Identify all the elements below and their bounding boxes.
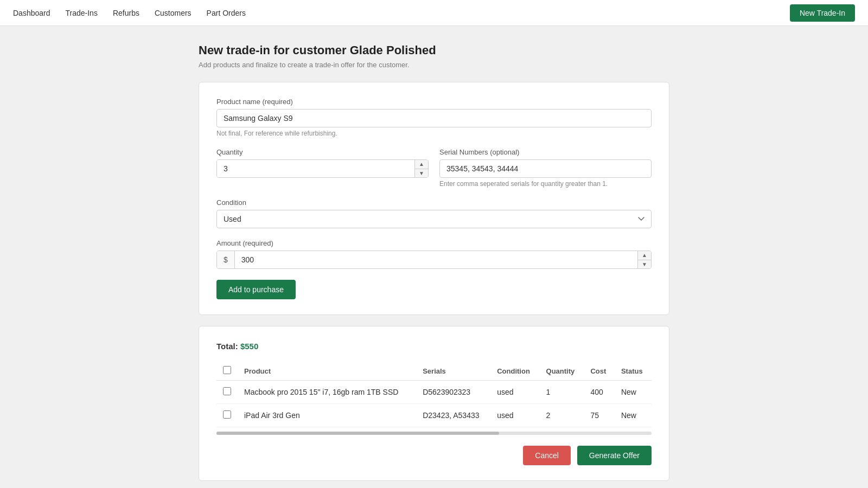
nav-links: Dashboard Trade-Ins Refurbs Customers Pa… [13,9,246,17]
new-trade-button[interactable]: New Trade-In [790,4,855,22]
cancel-button[interactable]: Cancel [523,446,571,465]
card-footer: Cancel Generate Offer [216,435,652,465]
amount-label: Amount (required) [216,239,652,247]
scrollbar-track[interactable] [216,432,652,435]
quantity-down-button[interactable]: ▼ [415,169,428,178]
col-cost: Cost [584,362,614,381]
amount-input[interactable] [235,251,637,268]
row-cost: 75 [584,404,614,427]
row-checkbox[interactable] [223,387,231,395]
serial-input[interactable] [439,159,652,178]
total-value: $550 [240,342,258,351]
summary-card: Total: $550 Product Serials Condition Qu… [199,326,669,481]
row-serials: D5623902323 [416,381,490,404]
form-card: Product name (required) Not final, For r… [199,82,669,315]
product-name-hint: Not final, For reference while refurbish… [216,130,652,137]
row-quantity: 2 [540,404,584,427]
page-title: New trade-in for customer Glade Polished [199,43,669,57]
row-product: iPad Air 3rd Gen [238,404,416,427]
select-all-checkbox[interactable] [223,366,231,374]
row-checkbox[interactable] [223,410,231,419]
product-name-group: Product name (required) Not final, For r… [216,98,652,137]
condition-group: Condition Used New Damaged For Parts [216,198,652,228]
col-condition: Condition [490,362,539,381]
quantity-spinner: ▲ ▼ [216,159,429,178]
amount-wrapper: $ ▲ ▼ [216,251,652,269]
row-condition: used [490,404,539,427]
product-name-label: Product name (required) [216,98,652,106]
table-row: Macbook pro 2015 15" i7, 16gb ram 1TB SS… [216,381,652,404]
row-quantity: 1 [540,381,584,404]
header-checkbox-cell [216,362,238,381]
product-name-input[interactable] [216,109,652,127]
main-content: New trade-in for customer Glade Polished… [190,26,678,488]
nav-dashboard[interactable]: Dashboard [13,9,50,17]
col-status: Status [615,362,652,381]
condition-select[interactable]: Used New Damaged For Parts [216,210,652,228]
row-serials: D23423, A53433 [416,404,490,427]
serial-hint: Enter comma seperated serials for quanti… [439,180,652,188]
quantity-label: Quantity [216,148,429,156]
items-table: Product Serials Condition Quantity Cost … [216,362,652,427]
page-subtitle: Add products and finalize to create a tr… [199,61,669,69]
quantity-group: Quantity ▲ ▼ [216,148,429,188]
nav-refurbs[interactable]: Refurbs [113,9,139,17]
row-status: New [615,404,652,427]
row-cost: 400 [584,381,614,404]
amount-prefix: $ [217,251,235,268]
col-serials: Serials [416,362,490,381]
generate-offer-button[interactable]: Generate Offer [577,446,652,465]
quantity-input[interactable] [217,160,414,177]
row-status: New [615,381,652,404]
row-product: Macbook pro 2015 15" i7, 16gb ram 1TB SS… [238,381,416,404]
amount-up-button[interactable]: ▲ [638,251,651,260]
amount-spinner-buttons: ▲ ▼ [637,251,651,268]
amount-down-button[interactable]: ▼ [638,260,651,269]
scrollbar-thumb [216,432,499,435]
serial-label: Serial Numbers (optional) [439,148,652,156]
navbar: Dashboard Trade-Ins Refurbs Customers Pa… [0,0,868,26]
total-row: Total: $550 [216,342,652,351]
table-header-row: Product Serials Condition Quantity Cost … [216,362,652,381]
quantity-spinner-buttons: ▲ ▼ [414,160,428,177]
row-checkbox-cell [216,404,238,427]
col-quantity: Quantity [540,362,584,381]
serial-group: Serial Numbers (optional) Enter comma se… [439,148,652,188]
col-product: Product [238,362,416,381]
quantity-serial-row: Quantity ▲ ▼ Serial Numbers (optional) E… [216,148,652,198]
add-to-purchase-button[interactable]: Add to purchase [216,280,296,299]
row-checkbox-cell [216,381,238,404]
nav-customers[interactable]: Customers [155,9,192,17]
items-table-wrapper: Product Serials Condition Quantity Cost … [216,362,652,435]
condition-label: Condition [216,198,652,207]
nav-part-orders[interactable]: Part Orders [207,9,246,17]
nav-trade-ins[interactable]: Trade-Ins [66,9,98,17]
row-condition: used [490,381,539,404]
quantity-up-button[interactable]: ▲ [415,160,428,169]
total-label: Total: [216,342,238,351]
table-row: iPad Air 3rd Gen D23423, A53433 used 2 7… [216,404,652,427]
amount-group: Amount (required) $ ▲ ▼ [216,239,652,269]
